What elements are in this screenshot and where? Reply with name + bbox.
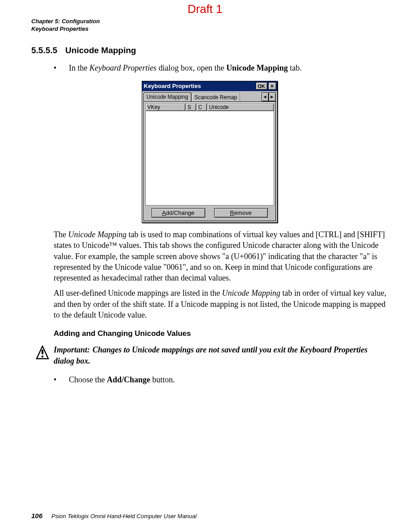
instruction-bullet-2: • Choose the Add/Change button. — [54, 374, 388, 385]
section-number: 5.5.5.5 — [31, 46, 57, 55]
warning-icon — [31, 344, 54, 360]
bullet-marker: • — [54, 374, 69, 385]
col-vkey[interactable]: VKey — [145, 103, 186, 111]
ok-button[interactable]: OK — [256, 82, 267, 90]
section-title: Unicode Mapping — [65, 46, 136, 55]
keyboard-properties-dialog: Keyboard Properties OK × Unicode Mapping… — [142, 81, 278, 223]
important-text: Important:Changes to Unicode mappings ar… — [54, 344, 388, 366]
list-header: VKey S C Unicode — [145, 103, 274, 111]
svg-rect-1 — [42, 350, 43, 354]
col-unicode[interactable]: Unicode — [207, 103, 274, 111]
tab-scroll: ◄ ► — [262, 92, 276, 101]
col-s[interactable]: S — [186, 103, 196, 111]
draft-watermark: Draft 1 — [0, 2, 410, 16]
page-footer: 106Psion Teklogix Omnii Hand-Held Comput… — [31, 512, 197, 519]
bullet-marker: • — [54, 63, 69, 74]
paragraph-1: The Unicode Mapping tab is used to map c… — [54, 229, 388, 283]
button-bar: Add/Change Remove — [145, 205, 274, 219]
page-number: 106 — [31, 512, 42, 519]
paragraph-2: All user-defined Unicode mappings are li… — [54, 288, 388, 320]
running-head-chapter: Chapter 5: Configuration — [31, 18, 388, 25]
close-button[interactable]: × — [268, 82, 276, 90]
col-c[interactable]: C — [196, 103, 207, 111]
remove-button[interactable]: Remove — [214, 208, 268, 218]
important-body: Changes to Unicode mappings are not save… — [54, 345, 368, 365]
figure-dialog: Keyboard Properties OK × Unicode Mapping… — [31, 81, 388, 223]
important-note: Important:Changes to Unicode mappings ar… — [31, 344, 388, 366]
tab-unicode-mapping[interactable]: Unicode Mapping — [144, 92, 191, 101]
instruction-bullet-1: • In the Keyboard Properties dialog box,… — [54, 63, 388, 74]
mapping-list[interactable] — [145, 111, 274, 205]
running-head-section: Keyboard Properties — [31, 25, 388, 33]
section-heading: 5.5.5.5Unicode Mapping — [31, 46, 388, 55]
important-label: Important: — [54, 345, 90, 354]
tab-strip: Unicode Mapping Scancode Remap ◄ ► — [142, 91, 277, 101]
tab-panel: VKey S C Unicode Add/Change Remove — [144, 101, 276, 221]
running-head: Chapter 5: Configuration Keyboard Proper… — [31, 18, 388, 33]
subheading-adding-changing: Adding and Changing Unicode Values — [54, 329, 388, 338]
tab-scroll-left-icon[interactable]: ◄ — [262, 92, 269, 101]
bullet-text: Choose the Add/Change button. — [69, 374, 175, 385]
tab-scancode-remap[interactable]: Scancode Remap — [191, 93, 240, 101]
dialog-titlebar: Keyboard Properties OK × — [142, 81, 277, 91]
add-change-button[interactable]: Add/Change — [152, 208, 205, 218]
tab-scroll-right-icon[interactable]: ► — [269, 92, 276, 101]
footer-text: Psion Teklogix Omnii Hand-Held Computer … — [51, 513, 197, 519]
bullet-text: In the Keyboard Properties dialog box, o… — [69, 63, 302, 74]
dialog-title: Keyboard Properties — [144, 83, 255, 89]
svg-point-2 — [42, 356, 44, 358]
